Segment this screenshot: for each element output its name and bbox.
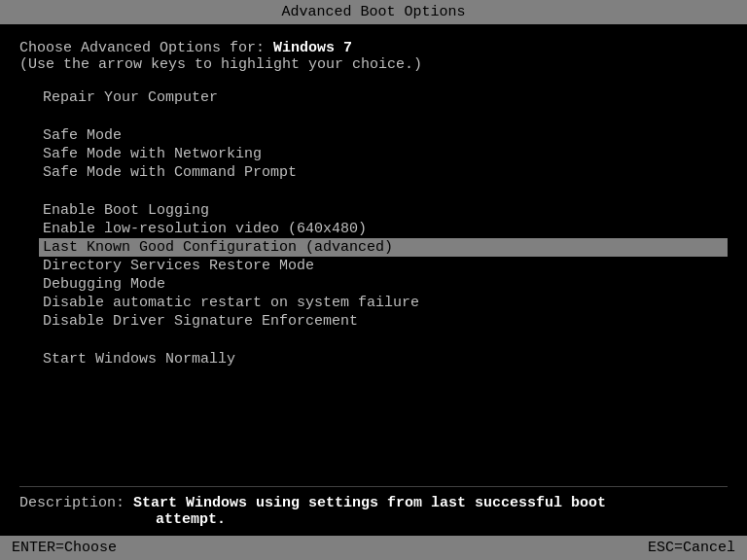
title-bar: Advanced Boot Options	[0, 0, 747, 24]
header-prefix: Choose Advanced Options for:	[19, 40, 273, 56]
footer-esc: ESC=Cancel	[648, 540, 735, 556]
menu-section: Repair Your Computer Safe Mode Safe Mode…	[19, 88, 728, 482]
description-section: Description: Start Windows using setting…	[19, 486, 728, 528]
menu-item-disable-signature[interactable]: Disable Driver Signature Enforcement	[39, 312, 728, 331]
menu-item-low-res[interactable]: Enable low-resolution video (640x480)	[39, 220, 728, 238]
menu-item-disable-restart[interactable]: Disable automatic restart on system fail…	[39, 294, 728, 312]
header-section: Choose Advanced Options for: Windows 7 (…	[19, 40, 728, 73]
menu-item-debugging[interactable]: Debugging Mode	[39, 275, 728, 294]
screen: Advanced Boot Options Choose Advanced Op…	[0, 0, 747, 560]
menu-item-safe-networking[interactable]: Safe Mode with Networking	[39, 145, 728, 163]
description-text: Description: Start Windows using setting…	[19, 495, 728, 511]
description-label: Description:	[19, 495, 133, 511]
menu-item-directory-services[interactable]: Directory Services Restore Mode	[39, 257, 728, 275]
title-text: Advanced Boot Options	[281, 4, 465, 20]
main-content: Choose Advanced Options for: Windows 7 (…	[0, 24, 747, 536]
menu-item-start-normal[interactable]: Start Windows Normally	[39, 350, 728, 368]
menu-group-repair: Repair Your Computer	[39, 88, 728, 107]
menu-item-last-known[interactable]: Last Known Good Configuration (advanced)	[39, 238, 728, 257]
menu-group-safe: Safe Mode Safe Mode with Networking Safe…	[39, 126, 728, 182]
menu-item-safe-mode[interactable]: Safe Mode	[39, 126, 728, 145]
menu-group-boot: Enable Boot Logging Enable low-resolutio…	[39, 201, 728, 331]
description-continuation: attempt.	[19, 511, 728, 528]
header-os: Windows 7	[273, 40, 352, 56]
menu-group-normal: Start Windows Normally	[39, 350, 728, 368]
footer-bar: ENTER=Choose ESC=Cancel	[0, 536, 747, 560]
menu-item-boot-logging[interactable]: Enable Boot Logging	[39, 201, 728, 220]
footer-enter: ENTER=Choose	[12, 540, 117, 556]
menu-item-repair[interactable]: Repair Your Computer	[39, 88, 728, 107]
header-line1: Choose Advanced Options for: Windows 7	[19, 40, 728, 56]
header-line2: (Use the arrow keys to highlight your ch…	[19, 56, 728, 73]
description-content: Start Windows using settings from last s…	[133, 495, 606, 511]
menu-item-safe-command[interactable]: Safe Mode with Command Prompt	[39, 163, 728, 182]
